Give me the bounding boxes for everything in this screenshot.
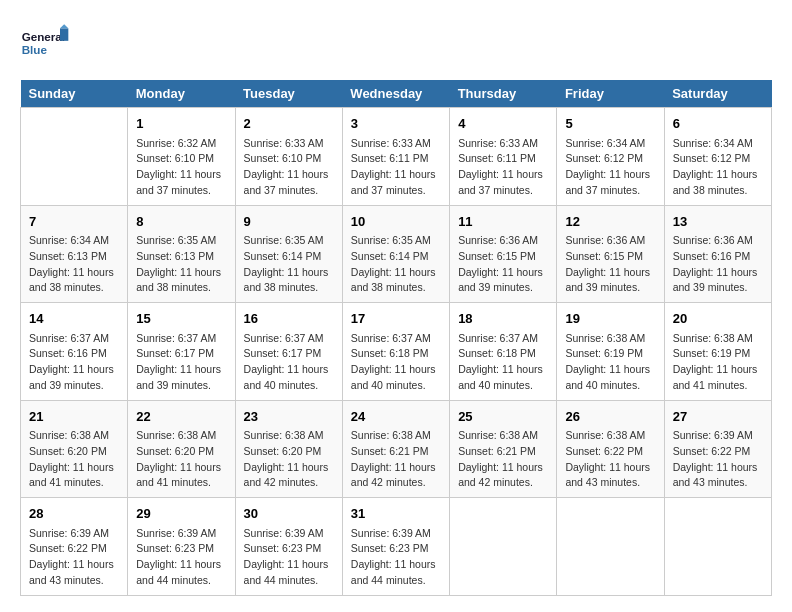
day-info: Sunrise: 6:37 AMSunset: 6:18 PMDaylight:…	[351, 331, 441, 394]
day-number: 17	[351, 309, 441, 329]
week-row-5: 28Sunrise: 6:39 AMSunset: 6:22 PMDayligh…	[21, 498, 772, 596]
header-row: SundayMondayTuesdayWednesdayThursdayFrid…	[21, 80, 772, 108]
week-row-2: 7Sunrise: 6:34 AMSunset: 6:13 PMDaylight…	[21, 205, 772, 303]
day-number: 31	[351, 504, 441, 524]
cell-5-7	[664, 498, 771, 596]
day-number: 4	[458, 114, 548, 134]
day-number: 25	[458, 407, 548, 427]
col-header-sunday: Sunday	[21, 80, 128, 108]
day-number: 22	[136, 407, 226, 427]
week-row-3: 14Sunrise: 6:37 AMSunset: 6:16 PMDayligh…	[21, 303, 772, 401]
cell-3-3: 16Sunrise: 6:37 AMSunset: 6:17 PMDayligh…	[235, 303, 342, 401]
day-number: 21	[29, 407, 119, 427]
cell-4-3: 23Sunrise: 6:38 AMSunset: 6:20 PMDayligh…	[235, 400, 342, 498]
day-info: Sunrise: 6:38 AMSunset: 6:19 PMDaylight:…	[673, 331, 763, 394]
day-info: Sunrise: 6:32 AMSunset: 6:10 PMDaylight:…	[136, 136, 226, 199]
cell-5-4: 31Sunrise: 6:39 AMSunset: 6:23 PMDayligh…	[342, 498, 449, 596]
svg-text:General: General	[22, 30, 65, 43]
cell-1-4: 3Sunrise: 6:33 AMSunset: 6:11 PMDaylight…	[342, 108, 449, 206]
day-number: 16	[244, 309, 334, 329]
day-info: Sunrise: 6:38 AMSunset: 6:22 PMDaylight:…	[565, 428, 655, 491]
logo: General Blue	[20, 20, 70, 70]
col-header-monday: Monday	[128, 80, 235, 108]
week-row-4: 21Sunrise: 6:38 AMSunset: 6:20 PMDayligh…	[21, 400, 772, 498]
day-info: Sunrise: 6:34 AMSunset: 6:13 PMDaylight:…	[29, 233, 119, 296]
day-info: Sunrise: 6:37 AMSunset: 6:18 PMDaylight:…	[458, 331, 548, 394]
day-number: 23	[244, 407, 334, 427]
week-row-1: 1Sunrise: 6:32 AMSunset: 6:10 PMDaylight…	[21, 108, 772, 206]
day-number: 3	[351, 114, 441, 134]
day-info: Sunrise: 6:37 AMSunset: 6:16 PMDaylight:…	[29, 331, 119, 394]
cell-1-3: 2Sunrise: 6:33 AMSunset: 6:10 PMDaylight…	[235, 108, 342, 206]
day-number: 28	[29, 504, 119, 524]
col-header-saturday: Saturday	[664, 80, 771, 108]
cell-2-5: 11Sunrise: 6:36 AMSunset: 6:15 PMDayligh…	[450, 205, 557, 303]
day-info: Sunrise: 6:33 AMSunset: 6:10 PMDaylight:…	[244, 136, 334, 199]
day-number: 24	[351, 407, 441, 427]
col-header-tuesday: Tuesday	[235, 80, 342, 108]
day-info: Sunrise: 6:38 AMSunset: 6:21 PMDaylight:…	[351, 428, 441, 491]
day-info: Sunrise: 6:37 AMSunset: 6:17 PMDaylight:…	[244, 331, 334, 394]
day-number: 6	[673, 114, 763, 134]
day-number: 14	[29, 309, 119, 329]
cell-3-5: 18Sunrise: 6:37 AMSunset: 6:18 PMDayligh…	[450, 303, 557, 401]
cell-3-6: 19Sunrise: 6:38 AMSunset: 6:19 PMDayligh…	[557, 303, 664, 401]
day-info: Sunrise: 6:39 AMSunset: 6:23 PMDaylight:…	[244, 526, 334, 589]
day-info: Sunrise: 6:39 AMSunset: 6:23 PMDaylight:…	[351, 526, 441, 589]
cell-2-2: 8Sunrise: 6:35 AMSunset: 6:13 PMDaylight…	[128, 205, 235, 303]
svg-marker-2	[60, 28, 68, 41]
day-info: Sunrise: 6:36 AMSunset: 6:15 PMDaylight:…	[565, 233, 655, 296]
cell-1-5: 4Sunrise: 6:33 AMSunset: 6:11 PMDaylight…	[450, 108, 557, 206]
day-number: 18	[458, 309, 548, 329]
cell-1-1	[21, 108, 128, 206]
day-info: Sunrise: 6:38 AMSunset: 6:20 PMDaylight:…	[29, 428, 119, 491]
cell-3-2: 15Sunrise: 6:37 AMSunset: 6:17 PMDayligh…	[128, 303, 235, 401]
cell-4-5: 25Sunrise: 6:38 AMSunset: 6:21 PMDayligh…	[450, 400, 557, 498]
day-number: 15	[136, 309, 226, 329]
cell-4-7: 27Sunrise: 6:39 AMSunset: 6:22 PMDayligh…	[664, 400, 771, 498]
day-number: 12	[565, 212, 655, 232]
cell-4-1: 21Sunrise: 6:38 AMSunset: 6:20 PMDayligh…	[21, 400, 128, 498]
cell-5-2: 29Sunrise: 6:39 AMSunset: 6:23 PMDayligh…	[128, 498, 235, 596]
day-info: Sunrise: 6:33 AMSunset: 6:11 PMDaylight:…	[351, 136, 441, 199]
day-info: Sunrise: 6:38 AMSunset: 6:20 PMDaylight:…	[136, 428, 226, 491]
day-info: Sunrise: 6:35 AMSunset: 6:13 PMDaylight:…	[136, 233, 226, 296]
day-info: Sunrise: 6:39 AMSunset: 6:23 PMDaylight:…	[136, 526, 226, 589]
cell-5-6	[557, 498, 664, 596]
day-number: 10	[351, 212, 441, 232]
svg-marker-3	[60, 24, 68, 28]
col-header-wednesday: Wednesday	[342, 80, 449, 108]
day-info: Sunrise: 6:38 AMSunset: 6:20 PMDaylight:…	[244, 428, 334, 491]
day-number: 11	[458, 212, 548, 232]
cell-5-3: 30Sunrise: 6:39 AMSunset: 6:23 PMDayligh…	[235, 498, 342, 596]
day-info: Sunrise: 6:35 AMSunset: 6:14 PMDaylight:…	[351, 233, 441, 296]
day-info: Sunrise: 6:38 AMSunset: 6:21 PMDaylight:…	[458, 428, 548, 491]
cell-2-1: 7Sunrise: 6:34 AMSunset: 6:13 PMDaylight…	[21, 205, 128, 303]
col-header-thursday: Thursday	[450, 80, 557, 108]
cell-1-6: 5Sunrise: 6:34 AMSunset: 6:12 PMDaylight…	[557, 108, 664, 206]
day-number: 5	[565, 114, 655, 134]
cell-2-7: 13Sunrise: 6:36 AMSunset: 6:16 PMDayligh…	[664, 205, 771, 303]
calendar-table: SundayMondayTuesdayWednesdayThursdayFrid…	[20, 80, 772, 596]
col-header-friday: Friday	[557, 80, 664, 108]
cell-3-4: 17Sunrise: 6:37 AMSunset: 6:18 PMDayligh…	[342, 303, 449, 401]
logo-svg: General Blue	[20, 20, 70, 70]
page-header: General Blue	[20, 20, 772, 70]
day-number: 29	[136, 504, 226, 524]
cell-2-3: 9Sunrise: 6:35 AMSunset: 6:14 PMDaylight…	[235, 205, 342, 303]
cell-1-7: 6Sunrise: 6:34 AMSunset: 6:12 PMDaylight…	[664, 108, 771, 206]
day-number: 9	[244, 212, 334, 232]
day-info: Sunrise: 6:39 AMSunset: 6:22 PMDaylight:…	[673, 428, 763, 491]
day-number: 26	[565, 407, 655, 427]
cell-5-1: 28Sunrise: 6:39 AMSunset: 6:22 PMDayligh…	[21, 498, 128, 596]
day-info: Sunrise: 6:39 AMSunset: 6:22 PMDaylight:…	[29, 526, 119, 589]
day-number: 13	[673, 212, 763, 232]
day-info: Sunrise: 6:38 AMSunset: 6:19 PMDaylight:…	[565, 331, 655, 394]
cell-3-1: 14Sunrise: 6:37 AMSunset: 6:16 PMDayligh…	[21, 303, 128, 401]
day-info: Sunrise: 6:34 AMSunset: 6:12 PMDaylight:…	[565, 136, 655, 199]
day-info: Sunrise: 6:33 AMSunset: 6:11 PMDaylight:…	[458, 136, 548, 199]
day-number: 30	[244, 504, 334, 524]
day-number: 8	[136, 212, 226, 232]
day-info: Sunrise: 6:36 AMSunset: 6:16 PMDaylight:…	[673, 233, 763, 296]
day-info: Sunrise: 6:34 AMSunset: 6:12 PMDaylight:…	[673, 136, 763, 199]
